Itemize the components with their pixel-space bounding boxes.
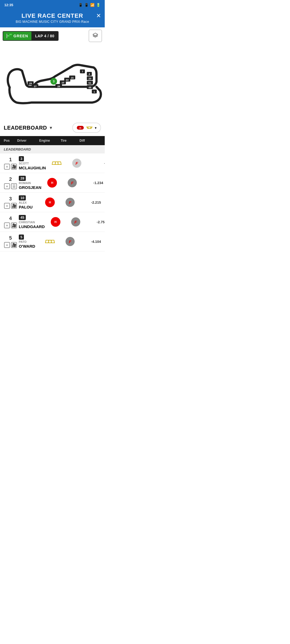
flag-green: GREEN <box>3 32 31 40</box>
tire-col: F <box>66 217 85 226</box>
layers-button[interactable] <box>89 30 102 42</box>
row-actions: + 🎥 <box>4 222 17 228</box>
row-actions: + ☰ <box>4 183 17 189</box>
tire-logo: F <box>66 198 75 207</box>
position-number: 5 <box>9 235 12 241</box>
chevrolet-filter-logo <box>86 125 93 130</box>
leaderboard-title: LEADERBOARD <box>4 125 47 131</box>
driver-first-name: PATO <box>19 240 39 243</box>
tire-col: F <box>61 237 79 246</box>
page-title: LIVE RACE CENTER <box>4 12 100 19</box>
tire-logo: F <box>72 159 81 168</box>
status-icons: 📱 📱 📶 🔋 <box>78 3 100 7</box>
expand-button[interactable]: + <box>4 203 10 209</box>
honda-filter-logo: H <box>77 125 84 131</box>
position-number: 3 <box>9 196 12 202</box>
tire-logo: F <box>66 237 75 246</box>
lap-info: LAP 4 / 80 <box>31 32 58 40</box>
table-header: Pos Driver Engine Tire Diff <box>0 136 105 145</box>
driver-last-name: GROSJEAN <box>19 185 41 190</box>
driver-info: 10 ALEX PALOU <box>17 195 39 209</box>
sim-icon: 📱 <box>78 3 83 7</box>
driver-info: 3 SCOTT MCLAUGHLIN <box>17 156 46 170</box>
diff-col: -2.751 <box>85 220 105 224</box>
svg-text:15: 15 <box>71 76 74 79</box>
svg-text:51: 51 <box>89 82 91 84</box>
leaderboard-header: LEADERBOARD ▾ H ▾ <box>0 119 105 136</box>
camera-button[interactable]: 🎥 <box>11 203 17 209</box>
status-time: 12:35 <box>4 3 13 7</box>
event-subtitle: BIG MACHINE MUSIC CITY GRAND PRIX-Race <box>4 20 100 24</box>
expand-button[interactable]: + <box>4 183 10 189</box>
svg-text:27: 27 <box>34 85 37 88</box>
chevrolet-logo <box>45 237 55 246</box>
diff-col: --- <box>86 161 105 165</box>
lap-label: LAP <box>35 34 43 38</box>
engine-col <box>39 237 61 246</box>
position-col: 3 + 🎥 <box>4 196 17 209</box>
driver-first-name: CHRISTIAN <box>19 221 45 224</box>
col-tire: Tire <box>61 139 79 142</box>
close-button[interactable]: ✕ <box>96 13 101 19</box>
diff-col: -1.234 <box>82 181 103 185</box>
tire-logo: F <box>71 217 80 226</box>
row-actions: + 🎥 <box>4 242 17 248</box>
svg-text:3: 3 <box>53 80 55 83</box>
filter-button[interactable]: H ▾ <box>72 123 101 133</box>
tire-col: F <box>61 198 79 207</box>
expand-button[interactable]: + <box>4 164 10 170</box>
position-number: 1 <box>9 157 12 163</box>
expand-button[interactable]: + <box>4 242 10 248</box>
sim2-icon: 📱 <box>84 3 89 7</box>
svg-text:1: 1 <box>94 90 95 93</box>
honda-logo: H <box>51 217 60 227</box>
leaderboard-title-group: LEADERBOARD ▾ <box>4 125 52 131</box>
svg-marker-4 <box>93 33 98 36</box>
engine-col: H <box>45 217 66 227</box>
svg-text:10: 10 <box>61 81 64 84</box>
leaderboard-expand-icon[interactable]: ▾ <box>50 125 52 131</box>
driver-info: 45 CHRISTIAN LUNDGAARD <box>17 215 45 229</box>
engine-col: H <box>39 197 61 207</box>
svg-text:29: 29 <box>29 82 32 85</box>
svg-text:H: H <box>79 127 81 129</box>
expand-button[interactable]: + <box>4 222 10 228</box>
driver-info: 28 ROMAIN GROSJEAN <box>17 176 41 190</box>
wifi-icon: 📶 <box>90 3 95 7</box>
driver-last-name: LUNDGAARD <box>19 224 45 229</box>
driver-row: 4 + 🎥 45 CHRISTIAN LUNDGAARD H F -2.751 <box>0 212 105 232</box>
driver-first-name: SCOTT <box>19 162 46 165</box>
engine-col: H <box>41 178 63 188</box>
position-col: 1 + 🎥 <box>4 157 17 170</box>
camera-button[interactable]: 🎥 <box>11 242 17 248</box>
svg-rect-34 <box>88 127 91 129</box>
camera-button[interactable]: 🎥 <box>11 222 17 228</box>
honda-logo: H <box>47 178 57 188</box>
driver-first-name: ROMAIN <box>19 181 41 185</box>
race-flag-section: GREEN LAP 4 / 80 <box>3 31 59 41</box>
driver-row: 1 + 🎥 3 SCOTT MCLAUGHLIN F --- <box>0 153 105 173</box>
col-diff: Diff <box>79 139 101 142</box>
row-actions: + 🎥 <box>4 203 17 209</box>
filter-chevron-icon: ▾ <box>95 126 97 130</box>
section-label: LEADERBOARD <box>0 145 105 153</box>
flag-label: GREEN <box>13 34 28 38</box>
flag-icon <box>6 34 12 38</box>
camera-button[interactable]: ☰ <box>11 183 17 189</box>
chevrolet-logo <box>51 159 62 167</box>
position-col: 4 + 🎥 <box>4 216 17 228</box>
battery-icon: 🔋 <box>96 3 100 7</box>
svg-rect-3 <box>9 35 12 36</box>
camera-button[interactable]: 🎥 <box>11 164 17 170</box>
col-driver: Driver <box>17 139 39 142</box>
svg-rect-2 <box>7 34 9 35</box>
position-number: 2 <box>9 177 12 182</box>
current-lap: 4 <box>44 34 46 38</box>
driver-row: 2 + ☰ 28 ROMAIN GROSJEAN H F -1.234 <box>0 173 105 193</box>
position-col: 2 + ☰ <box>4 177 17 189</box>
tire-col: F <box>67 159 86 168</box>
driver-info: 5 PATO O'WARD <box>17 235 39 248</box>
tire-col: F <box>63 178 82 187</box>
svg-text:7: 7 <box>82 70 83 73</box>
driver-last-name: PALOU <box>19 205 39 209</box>
